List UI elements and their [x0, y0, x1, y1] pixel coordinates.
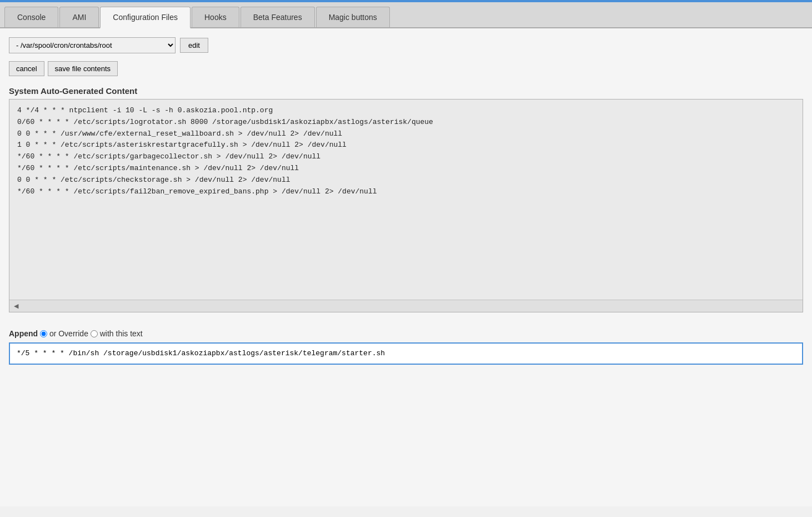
tab-hooks[interactable]: Hooks	[192, 7, 239, 27]
with-this-text-label: with this text	[100, 329, 143, 338]
action-buttons: cancel save file contents	[9, 61, 803, 76]
append-label-row: Append or Override with this text	[9, 329, 803, 338]
main-content: - /var/spool/cron/crontabs/root edit can…	[0, 28, 812, 506]
edit-button[interactable]: edit	[180, 38, 208, 53]
append-radio[interactable]	[40, 330, 47, 337]
code-display: 4 */4 * * * ntpclient -i 10 -L -s -h 0.a…	[9, 100, 803, 300]
tab-beta-features[interactable]: Beta Features	[240, 7, 315, 27]
save-button[interactable]: save file contents	[48, 61, 118, 76]
append-section: Append or Override with this text	[9, 329, 803, 365]
tab-ami[interactable]: AMI	[59, 7, 99, 27]
scroll-left-arrow[interactable]: ◀	[14, 302, 18, 310]
override-radio[interactable]	[91, 330, 98, 337]
tab-configuration-files[interactable]: Configuration Files	[100, 7, 191, 28]
scrollbar-hint[interactable]: ◀	[9, 300, 803, 312]
file-selector-row: - /var/spool/cron/crontabs/root edit	[9, 37, 803, 53]
tab-magic-buttons[interactable]: Magic buttons	[316, 7, 390, 27]
code-area-container: 4 */4 * * * ntpclient -i 10 -L -s -h 0.a…	[9, 99, 803, 312]
append-text-input[interactable]	[9, 342, 803, 365]
file-select[interactable]: - /var/spool/cron/crontabs/root	[9, 37, 176, 53]
append-bold-label: Append	[9, 329, 38, 338]
system-content-label: System Auto-Generated Content	[9, 86, 803, 96]
tab-console[interactable]: Console	[4, 7, 58, 27]
cancel-button[interactable]: cancel	[9, 61, 44, 76]
or-override-label: or Override	[49, 329, 88, 338]
tabs-bar: Console AMI Configuration Files Hooks Be…	[0, 2, 812, 28]
